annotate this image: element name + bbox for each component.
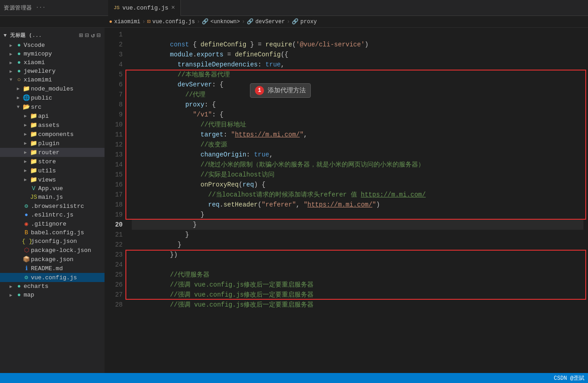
- appvue-label: App.vue: [38, 185, 105, 192]
- sidebar-item-assets[interactable]: ▶ 📁 assets: [0, 121, 105, 130]
- sidebar-item-node-modules[interactable]: ▶ 📁 node_modules: [0, 84, 105, 93]
- new-folder-icon[interactable]: ⊟: [85, 31, 89, 39]
- package-icon: 📦: [22, 256, 31, 263]
- sidebar-item-vueconfig[interactable]: ⚙ vue.config.js: [0, 273, 105, 282]
- code-line-20: }: [132, 220, 583, 230]
- arrow: ▶: [22, 150, 29, 155]
- mymicopy-icon: ●: [15, 50, 24, 57]
- jsconfig-label: jsconfig.json: [31, 238, 105, 245]
- tooltip: 1 添加代理方法: [250, 83, 311, 98]
- sidebar-item-public[interactable]: ▶ 🌐 public: [0, 93, 105, 102]
- sidebar-item-gitignore[interactable]: ◉ .gitignore: [0, 219, 105, 228]
- sidebar-item-readme[interactable]: ℹ README.md: [0, 264, 105, 273]
- node-modules-icon: 📁: [22, 85, 31, 92]
- breadcrumb-proxy[interactable]: proxy: [300, 19, 317, 25]
- status-text: CSDN @歪賦: [554, 374, 584, 382]
- router-icon: 📁: [29, 149, 38, 156]
- breadcrumb-icon-4: 🔗: [247, 18, 254, 25]
- sidebar-item-api[interactable]: ▶ 📁 api: [0, 111, 105, 121]
- code-editor[interactable]: 1 添加代理方法 const { defineConfig } = requir…: [127, 30, 588, 373]
- assets-label: assets: [38, 122, 105, 129]
- sidebar-item-store[interactable]: ▶ 📁 store: [0, 157, 105, 166]
- breadcrumb-icon-3: 🔗: [202, 18, 209, 25]
- sidebar-item-jsconfig[interactable]: { } jsconfig.json: [0, 237, 105, 246]
- git-icon: ◉: [22, 220, 31, 227]
- mainjs-label: main.js: [38, 194, 105, 201]
- src-label: src: [31, 104, 105, 111]
- xiaomi-label: xiaomi: [24, 59, 105, 66]
- browserslist-label: .browserslistrc: [31, 203, 105, 210]
- jewellery-label: jewellery: [24, 68, 105, 75]
- arrow: [15, 248, 22, 253]
- explorer-menu-icon[interactable]: ···: [36, 5, 46, 11]
- sidebar-item-router[interactable]: ▶ 📁 router: [0, 148, 105, 157]
- arrow: ▶: [22, 131, 29, 137]
- sidebar-item-browserslistrc[interactable]: ⚙ .browserslistrc: [0, 202, 105, 211]
- vue-config-tab[interactable]: JS vue.config.js ×: [108, 0, 181, 16]
- eslint-icon: ●: [22, 212, 31, 218]
- sidebar-item-views[interactable]: ▶ 📁 views: [0, 175, 105, 184]
- sidebar-item-packagelock[interactable]: ⬡ package-lock.json: [0, 246, 105, 255]
- code-container: 1 2 3 4 5 6 7 8 9 10 11 12 13 14 15 16 1…: [105, 28, 588, 373]
- api-label: api: [38, 113, 105, 120]
- sidebar-item-xiaomimi[interactable]: ▼ ○ xiaomimi: [0, 76, 105, 84]
- arrow: ▶: [7, 284, 15, 289]
- tooltip-badge: 1: [255, 86, 264, 95]
- new-file-icon[interactable]: ⊞: [79, 31, 83, 39]
- js-tab-icon: JS: [114, 5, 120, 10]
- sidebar-item-jewellery[interactable]: ▶ ● jewellery: [0, 67, 105, 76]
- packagelock-label: package-lock.json: [31, 247, 105, 254]
- babel-icon: B: [22, 229, 31, 236]
- sidebar-item-utils[interactable]: ▶ 📁 utils: [0, 166, 105, 175]
- sidebar-header-icons: ⊞ ⊟ ↺ ⊟: [79, 31, 101, 39]
- breadcrumb-sep-2: ›: [197, 19, 200, 25]
- code-line-23: [132, 250, 583, 260]
- sidebar-item-src[interactable]: ▼ 📂 src: [0, 102, 105, 111]
- api-icon: 📁: [29, 112, 38, 120]
- router-label: router: [38, 149, 105, 156]
- arrow: [15, 222, 22, 227]
- sidebar-item-xiaomi[interactable]: ▶ ● xiaomi: [0, 58, 105, 67]
- mymicopy-label: mymicopy: [24, 50, 105, 57]
- collapse-icon[interactable]: ⊟: [97, 31, 101, 39]
- sidebar-item-eslintrc[interactable]: ● .eslintrc.js: [0, 211, 105, 219]
- utils-icon: 📁: [29, 167, 38, 174]
- sidebar-item-mymicopy[interactable]: ▶ ● mymicopy: [0, 50, 105, 58]
- refresh-icon[interactable]: ↺: [91, 31, 95, 39]
- sidebar-item-plugin[interactable]: ▶ 📁 plugin: [0, 139, 105, 148]
- breadcrumb-icon-2: ⊡: [147, 18, 150, 25]
- arrow: ▶: [22, 122, 29, 128]
- arrow: ▶: [15, 95, 22, 101]
- breadcrumb-xiaomimi[interactable]: xiaomimi: [114, 19, 140, 25]
- sidebar-item-mainjs[interactable]: JS main.js: [0, 193, 105, 202]
- breadcrumb-vueconfig[interactable]: vue.config.js: [152, 19, 195, 25]
- readme-icon: ℹ: [22, 265, 31, 272]
- map-label: map: [24, 292, 105, 298]
- sidebar-item-vscode[interactable]: ▶ ● Vscode: [0, 41, 105, 50]
- node-modules-label: node_modules: [31, 86, 105, 92]
- sidebar-item-appvue[interactable]: V App.vue: [0, 184, 105, 193]
- sidebar-item-package[interactable]: 📦 package.json: [0, 255, 105, 264]
- sidebar-header: ▼ 无标题 (... ⊞ ⊟ ↺ ⊟: [0, 30, 105, 41]
- arrow: ▶: [7, 292, 15, 298]
- arrow: [15, 212, 22, 217]
- packagelock-icon: ⬡: [22, 247, 31, 254]
- arrow: [15, 266, 22, 271]
- code-line-22: }): [132, 240, 583, 250]
- utils-label: utils: [38, 167, 105, 174]
- sidebar-item-map[interactable]: ▶ ● map: [0, 291, 105, 299]
- breadcrumb-devserver[interactable]: devServer: [255, 19, 285, 25]
- sidebar-item-babelconfig[interactable]: B babel.config.js: [0, 228, 105, 237]
- tab-close-icon[interactable]: ×: [171, 4, 175, 11]
- plugin-icon: 📁: [29, 140, 38, 147]
- jewellery-icon: ●: [15, 68, 24, 75]
- sidebar: ▼ 无标题 (... ⊞ ⊟ ↺ ⊟ ▶ ● Vscode ▶ ● mymico…: [0, 28, 105, 373]
- breadcrumb-unknown[interactable]: <unknown>: [210, 19, 240, 25]
- sidebar-item-echarts[interactable]: ▶ ● echarts: [0, 282, 105, 291]
- arrow: ▶: [22, 168, 29, 173]
- sidebar-item-components[interactable]: ▶ 📁 components: [0, 130, 105, 139]
- assets-icon: 📁: [29, 121, 38, 129]
- arrow: [22, 186, 29, 191]
- arrow: ▼: [7, 77, 15, 82]
- editor-area[interactable]: 1 2 3 4 5 6 7 8 9 10 11 12 13 14 15 16 1…: [105, 28, 588, 373]
